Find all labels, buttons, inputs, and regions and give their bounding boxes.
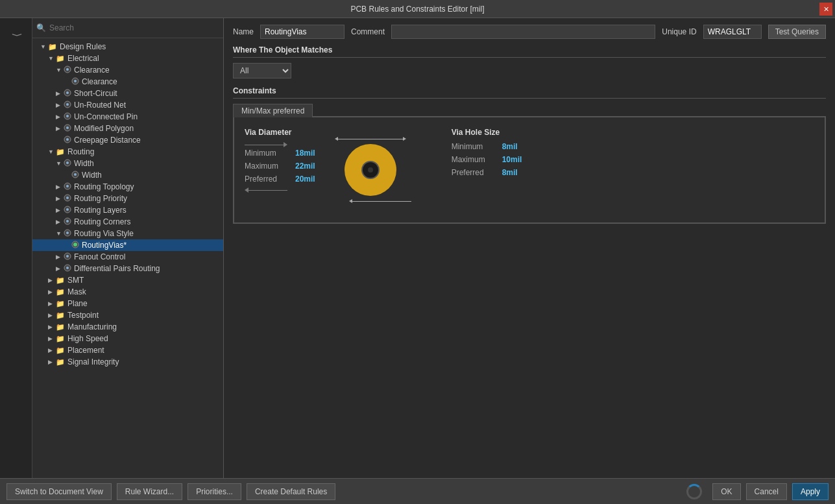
via-diagram — [328, 128, 413, 212]
tree-icon-placement: 📁 — [56, 346, 65, 355]
tree-icon-design-rules: 📁 — [48, 43, 57, 51]
tree-item-mask[interactable]: ▶📁Mask — [32, 286, 223, 298]
tree-icon-creepage-distance — [64, 136, 71, 145]
search-input[interactable] — [49, 23, 219, 32]
switch-to-doc-view-button[interactable]: Switch to Document View — [6, 483, 112, 500]
tree-item-plane[interactable]: ▶📁Plane — [32, 298, 223, 309]
svg-point-5 — [66, 91, 69, 94]
tree-toggle-testpoint: ▶ — [48, 312, 56, 318]
tree-item-placement[interactable]: ▶📁Placement — [32, 344, 223, 356]
priorities-button[interactable]: Priorities... — [188, 483, 241, 500]
svg-point-15 — [66, 162, 69, 164]
tree-item-routing-vias[interactable]: RoutingVias* — [32, 239, 223, 251]
tree-item-design-rules[interactable]: ▼📁Design Rules — [32, 41, 223, 53]
tree-item-manufacturing[interactable]: ▶📁Manufacturing — [32, 321, 223, 333]
tree-label-width-group: Width — [74, 159, 94, 168]
comment-label: Comment — [351, 27, 385, 36]
tree-item-routing-priority[interactable]: ▶Routing Priority — [32, 193, 223, 204]
svg-point-11 — [66, 126, 69, 129]
tree-label-differential-pairs: Differential Pairs Routing — [74, 264, 160, 273]
tree-icon-routing-layers — [64, 206, 71, 215]
tree-icon-high-speed: 📁 — [56, 335, 65, 343]
tree-item-clearance-group[interactable]: ▼Clearance — [32, 64, 223, 76]
tree-item-un-routed-net[interactable]: ▶Un-Routed Net — [32, 99, 223, 111]
tree-toggle-routing-topology: ▶ — [56, 184, 64, 190]
svg-point-13 — [66, 138, 69, 141]
tree-icon-smt: 📁 — [56, 276, 65, 285]
close-button[interactable]: ✕ — [819, 3, 832, 16]
tree-item-un-connected-pin[interactable]: ▶Un-Connected Pin — [32, 111, 223, 123]
via-hole-size-section: Via Hole Size Minimum 8mil Maximum 10mil… — [452, 128, 522, 181]
hole-max-label: Maximum — [452, 155, 497, 164]
tree-toggle-routing-priority: ▶ — [56, 195, 64, 202]
via-outer-ring — [345, 144, 396, 196]
unique-id-input[interactable] — [703, 25, 762, 39]
tree-item-modified-polygon[interactable]: ▶Modified Polygon — [32, 123, 223, 134]
tree-icon-electrical: 📁 — [56, 54, 65, 63]
tree-item-width[interactable]: Width — [32, 169, 223, 181]
hole-min-row: Minimum 8mil — [452, 142, 522, 151]
create-default-rules-button[interactable]: Create Default Rules — [247, 483, 335, 500]
via-min-row: Minimum 18mil — [245, 149, 315, 158]
svg-point-33 — [66, 267, 69, 269]
hole-preferred-value: 8mil — [502, 168, 518, 177]
comment-input[interactable] — [391, 25, 655, 39]
tree-item-clearance[interactable]: Clearance — [32, 76, 223, 88]
ok-button[interactable]: OK — [712, 483, 740, 500]
tree-icon-fanout-control — [64, 252, 71, 261]
via-min-value: 18mil — [295, 149, 315, 158]
svg-point-9 — [66, 115, 69, 117]
tree-item-smt[interactable]: ▶📁SMT — [32, 274, 223, 286]
tree-icon-clearance-group — [64, 66, 71, 75]
tree-label-un-routed-net: Un-Routed Net — [74, 101, 126, 110]
tree-toggle-un-routed-net: ▶ — [56, 102, 64, 108]
tree-label-clearance: Clearance — [82, 77, 117, 86]
tree-item-routing-via-style[interactable]: ▼Routing Via Style — [32, 228, 223, 239]
cancel-button[interactable]: Cancel — [746, 483, 787, 500]
test-queries-button[interactable]: Test Queries — [768, 25, 826, 39]
loading-spinner — [686, 484, 702, 499]
tree-item-signal-integrity[interactable]: ▶📁Signal Integrity — [32, 356, 223, 368]
tree-item-creepage-distance[interactable]: Creepage Distance — [32, 134, 223, 146]
tree-item-routing-corners[interactable]: ▶Routing Corners — [32, 216, 223, 228]
tree-toggle-fanout-control: ▶ — [56, 254, 64, 260]
rule-name-input[interactable] — [260, 25, 345, 39]
tree-item-short-circuit[interactable]: ▶Short-Circuit — [32, 88, 223, 99]
constraints-body: Via Diameter Minimum 18mil — [234, 117, 825, 223]
svg-point-1 — [66, 68, 69, 71]
via-diameter-section: Via Diameter Minimum 18mil — [245, 128, 413, 212]
tree-container: ▼📁Design Rules▼📁Electrical▼ClearanceClea… — [32, 38, 223, 478]
rule-wizard-button[interactable]: Rule Wizard... — [117, 483, 182, 500]
tree-toggle-electrical: ▼ — [48, 55, 56, 62]
tree-item-routing[interactable]: ▼📁Routing — [32, 146, 223, 158]
tree-item-high-speed[interactable]: ▶📁High Speed — [32, 333, 223, 344]
tree-item-differential-pairs[interactable]: ▶Differential Pairs Routing — [32, 263, 223, 274]
tree-label-manufacturing: Manufacturing — [67, 322, 117, 331]
min-max-tab[interactable]: Min/Max preferred — [233, 104, 313, 117]
tree-label-routing-topology: Routing Topology — [74, 182, 134, 191]
tree-icon-manufacturing: 📁 — [56, 323, 65, 331]
tree-label-creepage-distance: Creepage Distance — [74, 136, 141, 145]
tree-label-fanout-control: Fanout Control — [74, 252, 125, 261]
tree-icon-routing: 📁 — [56, 148, 65, 156]
tree-icon-plane: 📁 — [56, 300, 65, 308]
svg-point-7 — [66, 103, 69, 106]
vertical-tab-button[interactable]: ⟨ — [5, 23, 28, 47]
apply-button[interactable]: Apply — [792, 483, 829, 500]
title-bar: PCB Rules and Constraints Editor [mil] ✕ — [0, 0, 835, 18]
tree-item-routing-layers[interactable]: ▶Routing Layers — [32, 204, 223, 216]
name-label: Name — [233, 27, 254, 36]
tree-item-testpoint[interactable]: ▶📁Testpoint — [32, 309, 223, 321]
tree-icon-short-circuit — [64, 89, 71, 98]
tree-toggle-short-circuit: ▶ — [56, 90, 64, 97]
tree-item-width-group[interactable]: ▼Width — [32, 158, 223, 169]
tree-item-electrical[interactable]: ▼📁Electrical — [32, 53, 223, 64]
tree-toggle-differential-pairs: ▶ — [56, 265, 64, 272]
tree-item-fanout-control[interactable]: ▶Fanout Control — [32, 251, 223, 263]
constraints-wrapper: Via Diameter Minimum 18mil — [233, 116, 826, 224]
tree-item-routing-topology[interactable]: ▶Routing Topology — [32, 181, 223, 193]
tree-toggle-signal-integrity: ▶ — [48, 359, 56, 365]
tree-toggle-routing-corners: ▶ — [56, 219, 64, 225]
all-dropdown[interactable]: All — [233, 63, 291, 78]
search-bar: 🔍 — [32, 18, 223, 38]
